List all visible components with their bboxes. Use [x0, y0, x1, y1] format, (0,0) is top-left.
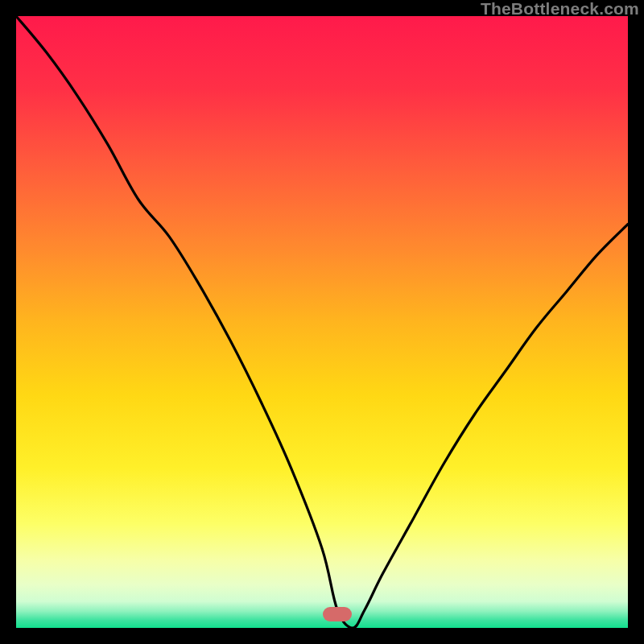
watermark-text: TheBottleneck.com [481, 0, 639, 18]
plot-area [16, 16, 628, 628]
optimum-marker [323, 607, 352, 621]
chart-frame: TheBottleneck.com [0, 0, 644, 644]
bottleneck-curve [16, 16, 628, 628]
